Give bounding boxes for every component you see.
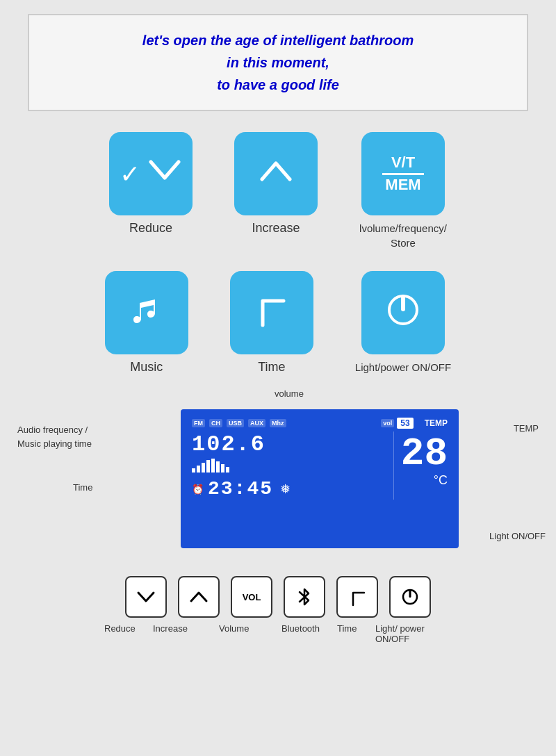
- bottom-time-label: Time: [337, 623, 357, 634]
- vt-mem-button-item: V/T MEM lvolume/frequency/Store: [359, 132, 447, 250]
- lcd-badges-row: FM CH USB AUX Mhz vol 53 TEMP: [192, 418, 448, 429]
- audio-freq-annotation: Audio frequency / Music playing time: [17, 423, 92, 450]
- buttons-section: ✓ Reduce Increase V/T: [0, 132, 556, 375]
- bottom-increase-label: Increase: [153, 623, 188, 634]
- top-buttons-row: ✓ Reduce Increase V/T: [109, 132, 447, 250]
- vt-text: V/T: [391, 153, 415, 173]
- display-section: Audio frequency / Music playing time Tim…: [17, 388, 539, 555]
- bottom-bluetooth-button[interactable]: [284, 576, 325, 618]
- power-label: Light/power ON/OFF: [355, 360, 451, 375]
- bar-2: [197, 466, 200, 472]
- volume-annotation: volume: [275, 388, 304, 399]
- vt-mem-label: lvolume/frequency/Store: [359, 221, 447, 250]
- bottom-volume-button[interactable]: VOL: [231, 576, 272, 618]
- increase-button[interactable]: [234, 132, 318, 215]
- bar-1: [192, 468, 195, 472]
- fm-badge: FM: [192, 419, 205, 427]
- svg-rect-2: [401, 295, 405, 311]
- time-annotation: Time: [73, 482, 92, 493]
- vt-mem-button[interactable]: V/T MEM: [361, 132, 445, 215]
- music-label: Music: [130, 360, 163, 375]
- mem-text: MEM: [385, 175, 420, 195]
- ch-badge: CH: [209, 419, 222, 427]
- chevron-up-icon: [259, 158, 293, 189]
- bar-4: [206, 460, 210, 472]
- lcd-frequency: 102.6: [192, 432, 386, 457]
- power-icon: [382, 289, 424, 337]
- vol-badge: vol: [381, 419, 394, 427]
- lcd-time-row: ⏰ 23:45 ❅: [192, 478, 386, 500]
- music-button[interactable]: [105, 271, 188, 354]
- power-button[interactable]: [361, 271, 445, 354]
- bar-3: [202, 463, 205, 472]
- usb-badge: USB: [227, 419, 244, 427]
- increase-label: Increase: [252, 221, 300, 236]
- bottom-volume-label: Volume: [219, 623, 249, 634]
- clock-icon: ⏰: [192, 484, 204, 495]
- time-button[interactable]: [230, 271, 313, 354]
- bar-5: [211, 459, 215, 472]
- chevron-down-icon: ✓: [120, 158, 182, 189]
- music-button-item: Music: [105, 271, 188, 375]
- reduce-button-item: ✓ Reduce: [109, 132, 193, 236]
- temp-display-label: TEMP: [425, 418, 448, 428]
- svg-rect-4: [409, 589, 411, 598]
- snowflake-icon: ❅: [280, 482, 291, 497]
- bottom-buttons-row: Music Time: [105, 271, 451, 375]
- music-icon: [127, 293, 165, 334]
- power-button-item: Light/power ON/OFF: [355, 271, 451, 375]
- increase-button-item: Increase: [234, 132, 318, 236]
- time-icon: [252, 290, 291, 335]
- bar-6: [216, 461, 220, 472]
- celsius-label: °C: [434, 473, 448, 488]
- header-line2: in this moment,: [50, 51, 506, 74]
- light-onoff-annotation: Light ON/OFF: [489, 531, 546, 541]
- bar-7: [221, 464, 224, 472]
- mhz-badge: Mhz: [270, 419, 286, 427]
- lcd-screen: FM CH USB AUX Mhz vol 53 TEMP 102.6: [181, 409, 459, 548]
- bottom-btns-row: VOL: [125, 576, 431, 618]
- bar-8: [226, 467, 229, 472]
- lcd-temp-value: 28: [401, 434, 448, 473]
- bottom-reduce-label: Reduce: [104, 623, 136, 634]
- temp-annotation: TEMP: [514, 423, 539, 434]
- lcd-main-area: 102.6: [192, 432, 448, 500]
- bottom-time-button[interactable]: [336, 576, 378, 618]
- bottom-power-label: Light/ power ON/OFF: [375, 623, 459, 644]
- vol-value: 53: [397, 418, 413, 429]
- bottom-reduce-button[interactable]: [125, 576, 167, 618]
- lcd-left-panel: 102.6: [192, 432, 386, 500]
- time-button-item: Time: [230, 271, 313, 375]
- bottom-increase-button[interactable]: [178, 576, 220, 618]
- lcd-time-value: 23:45: [208, 478, 273, 500]
- header-line1: let's open the age of intelligent bathro…: [50, 29, 506, 51]
- bottom-power-button[interactable]: [389, 576, 431, 618]
- bottom-bluetooth-label: Bluetooth: [281, 623, 320, 634]
- reduce-label: Reduce: [129, 221, 172, 236]
- time-label: Time: [258, 360, 285, 375]
- aux-badge: AUX: [248, 419, 265, 427]
- reduce-button[interactable]: ✓: [109, 132, 193, 215]
- header-banner: let's open the age of intelligent bathro…: [28, 14, 528, 111]
- lcd-bars: [192, 459, 386, 472]
- lcd-right-panel: 28 °C: [393, 432, 448, 500]
- header-line3: to have a good life: [50, 74, 506, 96]
- bottom-buttons-section: VOL Reduce Increase Volume Bluetooth Tim…: [0, 576, 556, 665]
